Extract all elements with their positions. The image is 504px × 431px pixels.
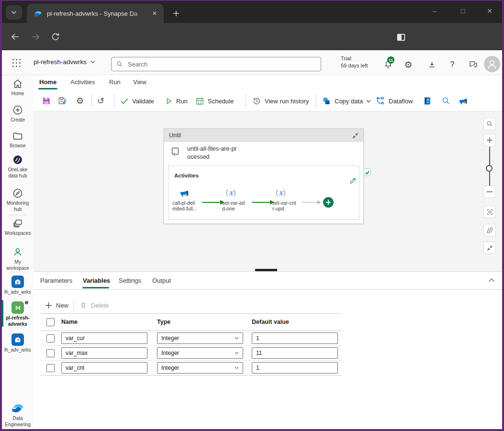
- until-activity-header[interactable]: Until: [164, 129, 363, 142]
- help-button[interactable]: ?: [447, 59, 458, 70]
- collapse-panel-button[interactable]: [483, 242, 496, 254]
- variable-type-select[interactable]: Integer: [157, 362, 243, 374]
- add-activity-button[interactable]: [323, 197, 334, 208]
- sidebar-item-monitoring[interactable]: Monitoring hub: [2, 188, 34, 212]
- run-button[interactable]: Run: [165, 95, 188, 107]
- unsaved-dot: [25, 301, 28, 304]
- forward-button[interactable]: [30, 31, 41, 43]
- validate-label: Validate: [132, 98, 154, 105]
- variable-default-input[interactable]: [252, 332, 338, 344]
- edit-pencil-icon[interactable]: [349, 177, 357, 184]
- sidebar-item-my-workspace[interactable]: My workspace: [2, 246, 34, 271]
- plus-icon: [173, 10, 179, 17]
- toolbar-divider: [114, 94, 114, 108]
- tab-activities[interactable]: Activities: [70, 78, 95, 86]
- sidebar-divider: [9, 272, 27, 272]
- zoom-in-button[interactable]: [483, 134, 496, 146]
- tab-run[interactable]: Run: [109, 78, 121, 86]
- schedule-label: Schedule: [208, 98, 234, 105]
- variable-name-input[interactable]: [61, 347, 147, 359]
- feedback-button[interactable]: [468, 59, 479, 70]
- variable-default-input[interactable]: [252, 347, 338, 359]
- close-button[interactable]: ✕: [479, 3, 500, 19]
- new-variable-button[interactable]: New: [45, 299, 68, 311]
- window-frame-edge: [0, 429, 504, 431]
- canvas-search-button[interactable]: [483, 118, 496, 130]
- activity-state-checkbox[interactable]: [363, 168, 371, 176]
- back-button[interactable]: [10, 31, 21, 43]
- row-checkbox[interactable]: [46, 349, 55, 357]
- invoke-pipeline-icon[interactable]: [179, 188, 190, 199]
- variable-name-input[interactable]: [61, 332, 147, 344]
- variable-name-input[interactable]: [61, 362, 147, 374]
- minimize-button[interactable]: –: [424, 3, 445, 19]
- collapse-icon[interactable]: [352, 133, 358, 139]
- zoom-out-button[interactable]: [483, 186, 496, 198]
- dataflow-button[interactable]: Dataflow: [376, 95, 413, 107]
- download-button[interactable]: [426, 59, 437, 70]
- sidebar-item-pipeline-selected[interactable]: pl-refresh-advwrks: [2, 301, 34, 327]
- row-checkbox[interactable]: [46, 364, 55, 372]
- delete-variable-button[interactable]: Delete: [80, 299, 109, 311]
- panel-tab-settings[interactable]: Settings: [119, 277, 141, 284]
- panel-tab-output[interactable]: Output: [152, 277, 171, 284]
- action-divider: [73, 300, 74, 311]
- browser-tab[interactable]: pl-refresh-advwrks - Synapse Da ✕: [27, 4, 164, 23]
- pipeline-settings-gear-icon[interactable]: ⚙: [76, 95, 84, 107]
- global-search[interactable]: [111, 57, 321, 71]
- sidebar-item-browse[interactable]: Browse: [2, 130, 34, 149]
- account-avatar[interactable]: [484, 56, 500, 72]
- invoke-pipeline-toolbar-icon[interactable]: [458, 95, 468, 107]
- variable-type-select[interactable]: Integer: [157, 347, 243, 359]
- sidebar-item-experience[interactable]: Data Engineering: [2, 401, 34, 428]
- sidebar-item-home[interactable]: Home: [2, 78, 34, 97]
- fit-to-screen-button[interactable]: [483, 206, 496, 218]
- select-all-checkbox[interactable]: [46, 318, 55, 326]
- tab-home[interactable]: Home: [39, 78, 56, 86]
- tab-close-icon[interactable]: ✕: [150, 9, 159, 18]
- sidebar-item-sql-endpoint[interactable]: lh_adv_wrks: [2, 333, 34, 353]
- variable-type-select[interactable]: Integer: [157, 332, 243, 344]
- pipeline-icon: [11, 301, 24, 314]
- pipeline-canvas[interactable]: Until until-all-files-are-pr ocessed Act…: [34, 111, 502, 271]
- side-panel-icon[interactable]: [395, 32, 407, 43]
- toolbar-search-button[interactable]: [441, 95, 451, 107]
- until-activities-container[interactable]: Activities call-pl-deli mited-full... (x…: [168, 166, 359, 220]
- chevron-up-icon[interactable]: [488, 278, 495, 282]
- validate-button[interactable]: Validate: [120, 95, 154, 107]
- app-title[interactable]: pl-refresh-advwrks: [34, 58, 95, 66]
- activity-label-line2: d-one: [222, 206, 235, 211]
- variable-default-input[interactable]: [252, 362, 338, 374]
- tab-view[interactable]: View: [133, 78, 146, 86]
- set-variable-icon[interactable]: (x): [276, 188, 286, 197]
- undo-icon[interactable]: ↺: [97, 95, 104, 107]
- schedule-button[interactable]: Schedule: [195, 95, 234, 107]
- panel-tab-parameters[interactable]: Parameters: [40, 277, 72, 284]
- until-activity[interactable]: Until until-all-files-are-pr ocessed Act…: [164, 128, 364, 224]
- settings-gear-icon[interactable]: ⚙: [403, 59, 414, 70]
- save-as-button[interactable]: [57, 95, 67, 107]
- dataflow-label: Dataflow: [389, 98, 413, 105]
- panel-tab-variables[interactable]: Variables: [83, 277, 110, 284]
- save-button[interactable]: [42, 95, 51, 107]
- search-input[interactable]: [127, 60, 316, 68]
- view-run-history-button[interactable]: View run history: [252, 95, 309, 107]
- tab-search-button[interactable]: [6, 5, 22, 20]
- sidebar-item-workspaces[interactable]: Workspaces: [2, 218, 34, 236]
- row-checkbox[interactable]: [46, 334, 55, 343]
- zoom-slider-thumb[interactable]: [486, 165, 493, 172]
- sidebar-item-lakehouse[interactable]: lh_adv_wrks: [2, 276, 34, 295]
- refresh-button[interactable]: [50, 31, 61, 43]
- left-nav: Home Create Browse OneLake data hub Moni…: [2, 75, 34, 429]
- maximize-button[interactable]: □: [452, 3, 473, 19]
- set-variable-icon[interactable]: (x): [226, 188, 236, 197]
- notebook-button[interactable]: [423, 95, 432, 107]
- plus-circle-icon: [12, 104, 23, 116]
- copy-data-button[interactable]: Copy data: [322, 95, 371, 107]
- sidebar-item-create[interactable]: Create: [2, 104, 34, 123]
- auto-align-button[interactable]: [483, 224, 496, 236]
- new-tab-button[interactable]: [170, 8, 182, 19]
- waffle-icon[interactable]: [12, 59, 21, 67]
- home-icon: [12, 78, 23, 89]
- sidebar-item-onelake[interactable]: OneLake data hub: [2, 154, 34, 179]
